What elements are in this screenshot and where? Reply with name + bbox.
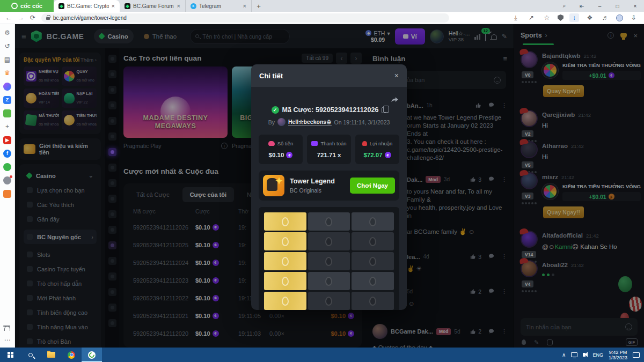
share-arrow-icon[interactable] — [390, 95, 399, 104]
file-explorer-icon[interactable] — [41, 348, 61, 362]
back-button[interactable]: ← — [5, 14, 12, 21]
adblock-shield-icon[interactable] — [558, 14, 564, 21]
sports-news-icon[interactable] — [3, 176, 11, 184]
reload-button[interactable]: ⟳ — [30, 14, 35, 21]
notifications-bell-icon[interactable] — [4, 326, 10, 331]
volume-icon[interactable] — [583, 353, 586, 357]
stat-label-text: Thanh toán — [320, 141, 346, 146]
stat-person: Lợi nhuận$72.07¢ — [355, 135, 399, 164]
youtube-icon[interactable]: ▶ — [3, 136, 11, 144]
tower-tile[interactable] — [308, 272, 350, 290]
stat-label-text: Số tiền — [277, 141, 294, 146]
browser-tab-bcgame[interactable]: ◆ BC.Game: Crypto Casino Gam × — [54, 0, 120, 12]
browser-tabstrip: cốc cốc ◆ BC.Game: Crypto Casino Gam × ◆… — [0, 0, 644, 12]
close-tab-icon[interactable]: × — [112, 3, 115, 9]
tower-tile[interactable] — [264, 292, 306, 310]
close-tab-icon[interactable]: × — [243, 3, 246, 9]
coccoc-brand-label: cốc cốc — [20, 3, 42, 9]
tab-title: BC.Game Forum - A Cryptoc — [133, 3, 174, 9]
history-icon[interactable]: ↺ — [3, 42, 11, 50]
bet-id-text: Mã Cược: 59205239412112026 — [282, 106, 379, 114]
tower-tile[interactable] — [308, 232, 350, 250]
egg-icon — [325, 297, 332, 306]
tray-expand-icon[interactable]: ∧ — [562, 352, 566, 358]
start-button[interactable] — [0, 348, 20, 362]
tower-tile[interactable] — [352, 272, 394, 290]
address-bar[interactable]: bc.game/vi/game/tower-legend — [41, 13, 449, 23]
tower-legend-game-icon[interactable] — [263, 175, 284, 196]
bet-timestamp: On 19:11:14, 3/1/2023 — [334, 119, 390, 125]
tower-tile[interactable] — [264, 252, 306, 270]
bet-details-modal: Chi tiết × ✓ Mã Cược: 59205239412112026 … — [251, 64, 407, 310]
modal-close-icon[interactable]: × — [394, 71, 399, 80]
close-window-button[interactable]: × — [626, 0, 644, 12]
save-page-icon[interactable]: ⤓ — [511, 14, 521, 21]
stat-label: Lợi nhuận — [357, 141, 397, 146]
tower-tile[interactable] — [264, 212, 306, 231]
egg-icon — [325, 257, 332, 266]
zalo-icon[interactable]: Z — [3, 96, 11, 104]
share-icon[interactable]: ↗ — [526, 14, 536, 21]
browser-tab-telegram[interactable]: ▸ Telegram × — [186, 0, 252, 12]
tower-tile[interactable] — [264, 232, 306, 250]
coccoc-app-icon[interactable] — [82, 348, 102, 362]
by-label: By — [268, 119, 275, 125]
add-shortcut-icon[interactable]: + — [3, 123, 11, 131]
new-tab-button[interactable]: + — [252, 0, 266, 12]
keyboard-language[interactable]: ENG — [592, 352, 603, 358]
bookmark-star-icon[interactable]: ☆ — [542, 14, 552, 21]
close-tab-icon[interactable]: × — [177, 3, 180, 9]
extensions-icon[interactable]: ❖ — [585, 14, 595, 21]
facebook-icon[interactable]: f — [3, 150, 11, 158]
reading-list-icon[interactable]: ▤ — [3, 56, 11, 64]
tower-tile[interactable] — [264, 272, 306, 290]
taskbar-clock[interactable]: 9:42 PM 1/3/2023 — [609, 350, 627, 360]
play-now-button[interactable]: Chơi Ngay — [350, 178, 395, 194]
downloads-tray-icon[interactable]: ⇩ — [629, 14, 639, 21]
coin-icon: ¢ — [286, 152, 292, 158]
settings-icon[interactable]: ⚙ — [3, 29, 11, 37]
egg-icon — [282, 257, 289, 266]
minimize-button[interactable]: – — [591, 0, 609, 12]
egg-icon — [282, 297, 289, 306]
coin-icon: ¢ — [385, 152, 391, 158]
share-row — [259, 95, 399, 104]
download-button[interactable]: ↓ — [569, 13, 579, 22]
tab-list-icon[interactable]: ⇤ — [573, 0, 591, 12]
bcgame-favicon: ◆ — [125, 3, 130, 9]
chat-icon[interactable] — [3, 163, 11, 171]
wallet-icon — [311, 141, 318, 146]
browser-tab-forum[interactable]: ◆ BC.Game Forum - A Cryptoc × — [120, 0, 186, 12]
stat-value: $0.10¢ — [261, 152, 301, 158]
taskbar-search-icon[interactable] — [20, 348, 41, 362]
tower-tile[interactable] — [308, 212, 350, 231]
shopping-cart-icon[interactable] — [3, 190, 11, 198]
tower-tile[interactable] — [308, 252, 350, 270]
tower-tile[interactable] — [308, 292, 350, 310]
notes-icon[interactable]: ♬ — [601, 14, 610, 21]
profile-avatar[interactable] — [616, 14, 623, 21]
url-text: bc.game/vi/game/tower-legend — [53, 15, 127, 21]
messenger-icon[interactable] — [3, 83, 11, 91]
stat-value: $72.07¢ — [357, 152, 397, 158]
tower-tile[interactable] — [352, 252, 394, 270]
rewards-crown-icon[interactable]: ♛ — [3, 69, 11, 77]
tower-tile[interactable] — [352, 212, 394, 231]
tower-tile[interactable] — [352, 292, 394, 310]
bet-stats-row: Số tiền$0.10¢Thanh toán721.71 xLợi nhuận… — [259, 135, 399, 164]
chrome-icon[interactable] — [61, 348, 82, 362]
network-icon[interactable] — [571, 352, 577, 357]
tab-search-icon[interactable]: ⌕ — [555, 0, 573, 12]
action-center-icon[interactable] — [633, 352, 640, 358]
bettor-username[interactable]: Hell☆beckons♔ — [288, 119, 332, 126]
more-icon[interactable]: ⋯ — [3, 336, 11, 344]
tower-tile[interactable] — [352, 232, 394, 250]
copy-icon[interactable] — [382, 107, 386, 113]
egg-icon — [325, 237, 332, 246]
egg-icon — [282, 277, 289, 286]
games-icon[interactable] — [3, 109, 11, 117]
forward-button[interactable]: → — [18, 14, 24, 21]
maximize-button[interactable]: □ — [609, 0, 626, 12]
verified-check-icon: ✓ — [272, 106, 279, 114]
egg-icon — [325, 277, 332, 286]
